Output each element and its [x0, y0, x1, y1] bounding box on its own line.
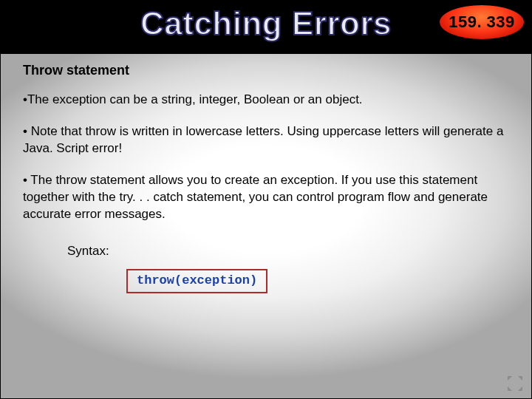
fullscreen-icon[interactable] — [508, 376, 522, 391]
slide-number-badge: 159. 339 — [438, 4, 525, 41]
bullet-1: •The exception can be a string, integer,… — [23, 92, 509, 109]
content-area: Throw statement •The exception can be a … — [23, 63, 509, 293]
syntax-label: Syntax: — [67, 244, 509, 259]
code-box: throw(exception) — [126, 269, 267, 293]
bullet-3: • The throw statement allows you to crea… — [23, 172, 509, 223]
subtitle: Throw statement — [23, 63, 509, 78]
bullet-2: • Note that throw is written in lowercas… — [23, 123, 509, 157]
